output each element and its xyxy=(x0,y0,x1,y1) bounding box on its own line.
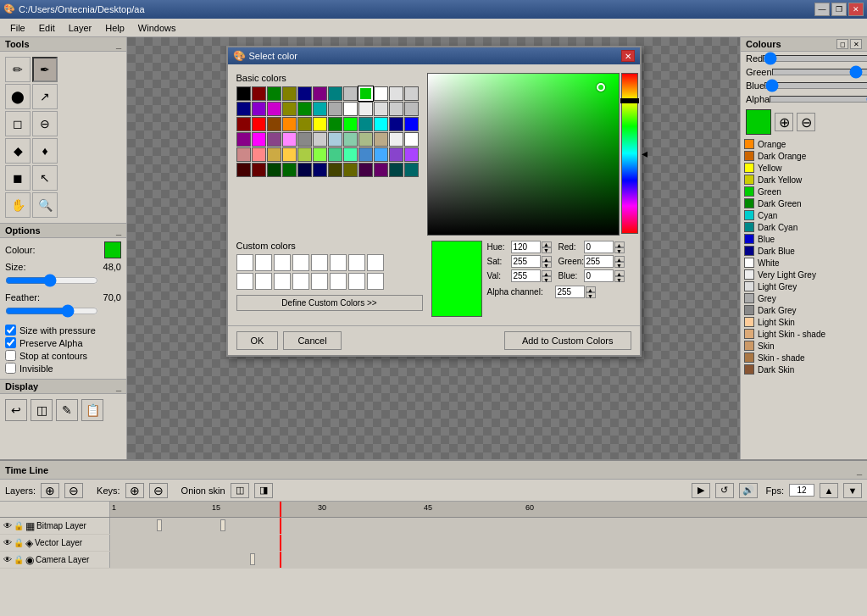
menu-windows[interactable]: Windows xyxy=(131,21,183,35)
basic-color-25[interactable] xyxy=(252,117,266,131)
green-input[interactable] xyxy=(584,255,614,268)
basic-color-4[interactable] xyxy=(297,86,312,101)
sound-button[interactable]: 🔊 xyxy=(739,483,758,498)
layer-frames-1[interactable] xyxy=(110,535,867,551)
tool-eraser[interactable]: ⬤ xyxy=(5,84,31,109)
basic-color-43[interactable] xyxy=(343,132,358,147)
basic-color-61[interactable] xyxy=(252,163,266,177)
basic-color-16[interactable] xyxy=(297,102,312,116)
menu-file[interactable]: File xyxy=(3,21,32,35)
basic-color-30[interactable] xyxy=(328,117,342,131)
sat-input[interactable] xyxy=(511,255,541,268)
keyframe-0-0[interactable] xyxy=(157,519,162,531)
tool-fill[interactable]: ♦ xyxy=(32,138,58,164)
display-btn-4[interactable]: 📋 xyxy=(81,399,103,421)
basic-color-65[interactable] xyxy=(313,163,327,177)
basic-color-26[interactable] xyxy=(267,117,281,131)
blue-slider[interactable] xyxy=(764,82,867,89)
custom-cell-12[interactable] xyxy=(292,273,309,290)
basic-color-12[interactable] xyxy=(236,102,251,116)
remove-color-button[interactable]: ⊖ xyxy=(797,113,815,131)
layer-eye-2[interactable]: 👁 xyxy=(3,555,12,564)
remove-key-button[interactable]: ⊖ xyxy=(149,483,168,498)
blue-down[interactable]: ▼ xyxy=(614,276,625,282)
basic-color-1[interactable] xyxy=(252,86,266,101)
hue-down[interactable]: ▼ xyxy=(542,247,552,253)
alpha-slider[interactable] xyxy=(770,96,867,103)
color-list-item-1[interactable]: Dark Orange xyxy=(741,150,867,162)
basic-color-11[interactable] xyxy=(404,86,419,101)
basic-color-51[interactable] xyxy=(282,147,297,162)
basic-color-41[interactable] xyxy=(313,132,327,147)
basic-color-13[interactable] xyxy=(252,102,266,116)
green-slider[interactable] xyxy=(772,69,867,75)
basic-color-69[interactable] xyxy=(374,163,388,177)
basic-color-36[interactable] xyxy=(236,132,251,147)
color-list-item-18[interactable]: Skin - shade xyxy=(741,352,867,363)
menu-help[interactable]: Help xyxy=(98,21,131,35)
basic-color-23[interactable] xyxy=(404,102,419,116)
color-list-item-13[interactable]: Grey xyxy=(741,292,867,304)
remove-layer-button[interactable]: ⊖ xyxy=(64,483,83,498)
custom-cell-2[interactable] xyxy=(255,254,272,271)
val-down[interactable]: ▼ xyxy=(542,276,552,282)
color-list-item-15[interactable]: Light Skin xyxy=(741,316,867,328)
basic-color-68[interactable] xyxy=(358,163,373,177)
color-list-item-17[interactable]: Skin xyxy=(741,340,867,352)
alpha-up[interactable]: ▲ xyxy=(586,286,596,292)
fps-input[interactable] xyxy=(789,484,814,497)
onion-prev-button[interactable]: ◫ xyxy=(231,483,249,498)
custom-cell-7[interactable] xyxy=(348,254,365,271)
preserve-alpha-row[interactable]: Preserve Alpha xyxy=(5,337,121,348)
basic-color-57[interactable] xyxy=(374,147,388,162)
basic-color-34[interactable] xyxy=(389,117,403,131)
layer-lock-1[interactable]: 🔒 xyxy=(14,538,24,547)
custom-cell-11[interactable] xyxy=(274,273,291,290)
val-up[interactable]: ▲ xyxy=(542,270,552,276)
display-btn-1[interactable]: ↩ xyxy=(5,399,27,421)
basic-color-47[interactable] xyxy=(404,132,419,147)
preserve-alpha-checkbox[interactable] xyxy=(5,337,16,348)
custom-cell-16[interactable] xyxy=(367,273,384,290)
tools-collapse[interactable]: _ xyxy=(116,39,121,49)
color-list-item-3[interactable]: Dark Yellow xyxy=(741,174,867,186)
color-gradient[interactable] xyxy=(427,73,618,234)
canvas-area[interactable]: 🎨 Select color ✕ Basic colors xyxy=(127,37,740,459)
basic-color-44[interactable] xyxy=(358,132,373,147)
custom-cell-6[interactable] xyxy=(330,254,347,271)
ok-button[interactable]: OK xyxy=(236,331,279,350)
custom-cell-5[interactable] xyxy=(311,254,328,271)
basic-color-27[interactable] xyxy=(282,117,297,131)
basic-color-49[interactable] xyxy=(252,147,266,162)
alpha-input[interactable] xyxy=(555,286,585,298)
basic-color-29[interactable] xyxy=(313,117,327,131)
basic-color-10[interactable] xyxy=(389,86,403,101)
basic-color-5[interactable] xyxy=(313,86,327,101)
basic-color-40[interactable] xyxy=(297,132,312,147)
add-layer-button[interactable]: ⊕ xyxy=(41,483,59,498)
minimize-button[interactable]: — xyxy=(814,3,830,16)
basic-color-53[interactable] xyxy=(313,147,327,162)
colors-panel-float[interactable]: ◻ xyxy=(836,39,848,49)
basic-color-38[interactable] xyxy=(267,132,281,147)
color-list-item-8[interactable]: Blue xyxy=(741,233,867,245)
basic-color-19[interactable] xyxy=(343,102,358,116)
basic-color-7[interactable] xyxy=(343,86,358,101)
layer-lock-2[interactable]: 🔒 xyxy=(14,555,24,564)
basic-color-71[interactable] xyxy=(404,163,419,177)
layer-eye-0[interactable]: 👁 xyxy=(3,521,12,530)
color-list-item-12[interactable]: Light Grey xyxy=(741,280,867,292)
options-collapse[interactable]: _ xyxy=(116,225,121,236)
tool-select[interactable]: ◻ xyxy=(5,111,31,136)
tool-zoom[interactable]: 🔍 xyxy=(32,192,58,218)
custom-cell-9[interactable] xyxy=(236,273,253,290)
tool-lasso[interactable]: ⊖ xyxy=(32,111,58,136)
basic-color-17[interactable] xyxy=(313,102,327,116)
basic-color-9[interactable] xyxy=(374,86,388,101)
basic-color-3[interactable] xyxy=(282,86,297,101)
hue-up[interactable]: ▲ xyxy=(542,241,552,247)
basic-color-42[interactable] xyxy=(328,132,342,147)
invisible-checkbox[interactable] xyxy=(5,363,16,374)
basic-color-58[interactable] xyxy=(389,147,403,162)
hue-bar[interactable] xyxy=(621,73,638,234)
